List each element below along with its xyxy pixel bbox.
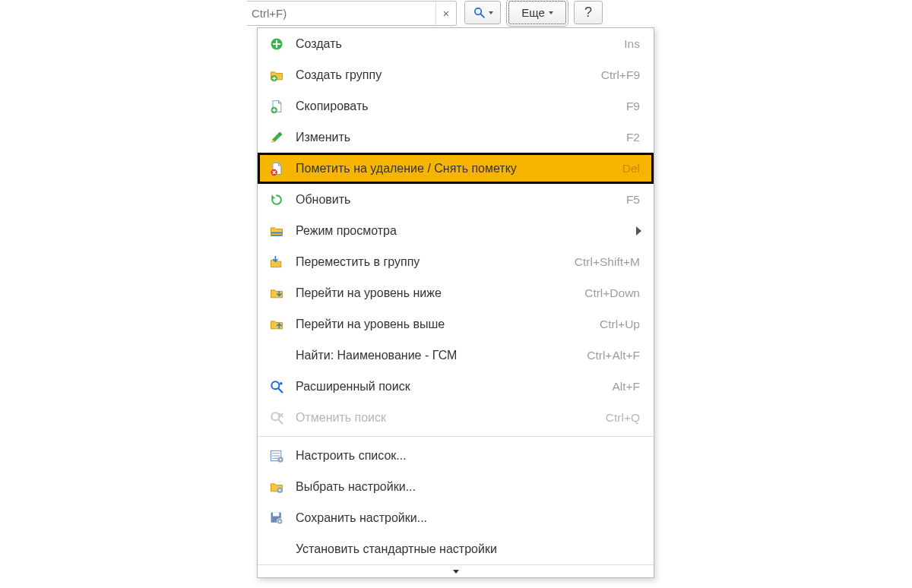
level-up-icon [268, 316, 285, 333]
search-cancel-icon [268, 409, 285, 426]
svg-line-1 [480, 14, 483, 17]
menu-item-label: Изменить [296, 131, 616, 144]
menu-item[interactable]: ИзменитьF2 [258, 122, 654, 153]
menu-item[interactable]: Найти: Наименование - ГСМCtrl+Alt+F [258, 340, 654, 371]
menu-item[interactable]: Установить стандартные настройки [258, 533, 654, 564]
help-button[interactable]: ? [574, 1, 603, 24]
more-button-label: Еще [521, 6, 545, 19]
menu-item-label: Скопировать [296, 100, 616, 113]
menu-item-label: Сохранить настройки... [296, 511, 640, 525]
menu-item-label: Выбрать настройки... [296, 480, 640, 494]
menu-item: Отменить поискCtrl+Q [258, 402, 654, 433]
search-adv-icon [268, 378, 285, 395]
svg-rect-6 [271, 232, 283, 233]
menu-item-shortcut: F5 [626, 193, 640, 207]
menu-item[interactable]: Сохранить настройки... [258, 502, 654, 533]
menu-item[interactable]: Переместить в группуCtrl+Shift+M [258, 246, 654, 277]
menu-item[interactable]: Создать группуCtrl+F9 [258, 59, 654, 90]
search-icon [473, 6, 486, 19]
move-group-icon [268, 254, 285, 270]
menu-item-label: Обновить [296, 193, 616, 207]
chevron-down-icon [549, 11, 553, 14]
menu-item-shortcut: Ctrl+Up [600, 318, 640, 331]
menu-item-label: Пометить на удаление / Снять пометку [296, 162, 612, 175]
menu-item[interactable]: Настроить список... [258, 440, 654, 471]
svg-point-17 [279, 488, 281, 491]
menu-item-label: Отменить поиск [296, 411, 595, 425]
svg-line-9 [279, 388, 283, 392]
more-button[interactable]: Еще [508, 1, 566, 24]
chevron-down-icon [453, 570, 459, 574]
menu-item-shortcut: Ctrl+F9 [601, 68, 640, 82]
menu-item-shortcut: F9 [626, 100, 640, 113]
menu-item[interactable]: Пометить на удаление / Снять пометкуDel [258, 153, 654, 184]
level-down-icon [268, 285, 285, 302]
clear-search-button[interactable]: × [435, 2, 456, 25]
menu-item-label: Установить стандартные настройки [296, 542, 640, 556]
doc-delete-icon [268, 160, 285, 177]
menu-item[interactable]: СкопироватьF9 [258, 90, 654, 122]
menu-item[interactable]: Перейти на уровень вышеCtrl+Up [258, 308, 654, 340]
toolbar: × Еще ? [247, 1, 603, 26]
list-gear-icon [268, 447, 285, 464]
menu-item-label: Создать [296, 37, 613, 51]
doc-plus-icon [268, 98, 285, 115]
menu-item-label: Расширенный поиск [296, 380, 601, 394]
folder-gear-icon [268, 479, 285, 495]
menu-item-label: Перейти на уровень выше [296, 318, 589, 331]
menu-item-shortcut: Ctrl+Down [584, 286, 640, 300]
pencil-icon [268, 129, 285, 146]
refresh-icon [268, 191, 285, 208]
svg-rect-7 [271, 235, 283, 236]
menu-item-shortcut: Ins [624, 37, 640, 51]
menu-item-shortcut: Ctrl+Shift+M [575, 255, 640, 269]
menu-item-label: Найти: Наименование - ГСМ [296, 349, 576, 362]
chevron-right-icon [636, 226, 641, 236]
menu-item-shortcut: Ctrl+Alt+F [587, 349, 640, 362]
save-gear-icon [268, 510, 285, 526]
view-mode-icon [268, 223, 285, 239]
menu-item-label: Создать группу [296, 68, 591, 82]
menu-item-shortcut: Ctrl+Q [606, 411, 640, 425]
menu-item-label: Режим просмотра [296, 224, 640, 238]
menu-item-shortcut: Alt+F [612, 380, 640, 394]
menu-item[interactable]: Перейти на уровень нижеCtrl+Down [258, 277, 654, 308]
none-icon [268, 541, 285, 558]
menu-item[interactable]: Выбрать настройки... [258, 471, 654, 502]
menu-item-label: Перейти на уровень ниже [296, 286, 574, 300]
svg-line-12 [279, 419, 283, 423]
menu-item-label: Настроить список... [296, 449, 640, 463]
more-dropdown-menu: СоздатьInsСоздать группуCtrl+F9Скопирова… [257, 27, 654, 578]
none-icon [268, 347, 285, 364]
chevron-down-icon [489, 11, 493, 14]
search-dropdown-button[interactable] [464, 1, 501, 24]
menu-separator [258, 436, 654, 437]
menu-item[interactable]: СоздатьIns [258, 28, 654, 59]
menu-item[interactable]: Режим просмотра [258, 215, 654, 246]
folder-plus-icon [268, 67, 285, 84]
svg-point-15 [280, 458, 282, 460]
menu-item-label: Переместить в группу [296, 255, 564, 269]
search-input[interactable] [247, 7, 435, 20]
menu-item-shortcut: F2 [626, 131, 640, 144]
search-box: × [247, 1, 457, 26]
svg-rect-19 [273, 512, 279, 516]
plus-icon [268, 36, 285, 52]
svg-point-21 [279, 520, 281, 522]
svg-point-10 [280, 382, 283, 385]
help-button-label: ? [584, 5, 592, 21]
menu-item-shortcut: Del [622, 162, 640, 175]
menu-item[interactable]: Расширенный поискAlt+F [258, 371, 654, 402]
menu-scroll-down[interactable] [258, 564, 654, 577]
menu-item[interactable]: ОбновитьF5 [258, 184, 654, 215]
